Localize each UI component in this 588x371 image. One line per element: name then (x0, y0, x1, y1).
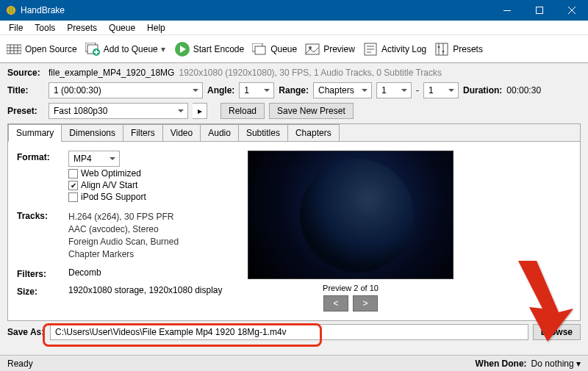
presets-icon (434, 41, 450, 57)
svg-rect-1 (9, 7, 10, 14)
preview-prev-button[interactable]: < (323, 295, 348, 311)
filters-value: Decomb (68, 267, 101, 278)
svg-rect-21 (255, 46, 265, 54)
title-label: Title: (7, 85, 44, 96)
save-as-input[interactable] (50, 324, 528, 340)
range-from-select[interactable]: 1 (376, 82, 412, 98)
when-done-label: When Done: (476, 359, 527, 369)
tabs: Summary Dimensions Filters Video Audio S… (8, 124, 580, 142)
when-done-select[interactable]: Do nothing ▾ (531, 359, 581, 369)
menu-tools[interactable]: Tools (29, 21, 61, 35)
tab-summary[interactable]: Summary (8, 124, 62, 142)
svg-rect-2 (12, 7, 13, 14)
web-optimized-checkbox[interactable]: Web Optimized (68, 168, 223, 179)
title-bar: HandBrake (0, 0, 588, 21)
track-audio: AAC (avcodec), Stereo (68, 224, 223, 234)
preview-button[interactable]: Preview (304, 41, 355, 57)
range-label: Range: (279, 85, 309, 96)
track-video: H.264 (x264), 30 FPS PFR (68, 212, 223, 222)
size-value: 1920x1080 storage, 1920x1080 display (68, 285, 223, 295)
tab-container: Summary Dimensions Filters Video Audio S… (7, 123, 581, 321)
browse-button[interactable]: Browse (533, 324, 581, 340)
svg-rect-4 (537, 7, 543, 14)
source-info: 1920x1080 (1920x1080), 30 FPS, 1 Audio T… (179, 68, 442, 78)
status-text: Ready (7, 359, 33, 369)
tracks-label: Tracks: (17, 209, 68, 262)
queue-add-icon (85, 41, 101, 57)
preset-label: Preset: (7, 106, 44, 116)
duration-label: Duration: (463, 85, 502, 96)
minimize-button[interactable] (491, 0, 523, 21)
align-av-checkbox[interactable]: Align A/V Start (68, 180, 223, 190)
preview-next-button[interactable]: > (353, 295, 378, 311)
preview-thumbnail (248, 151, 453, 279)
toolbar: Open Source Add to Queue ▾ Start Encode … (0, 35, 588, 63)
activity-log-button[interactable]: Activity Log (362, 41, 426, 57)
svg-point-30 (438, 46, 440, 48)
preset-select[interactable]: Fast 1080p30 (49, 103, 188, 119)
format-label: Format: (17, 151, 68, 203)
filters-label: Filters: (17, 267, 68, 279)
tab-video[interactable]: Video (162, 124, 201, 141)
tab-filters[interactable]: Filters (123, 124, 163, 141)
menu-presets[interactable]: Presets (61, 21, 103, 35)
start-encode-button[interactable]: Start Encode (174, 41, 244, 57)
presets-button[interactable]: Presets (434, 41, 483, 57)
tab-audio[interactable]: Audio (200, 124, 239, 141)
angle-label: Angle: (207, 85, 234, 96)
angle-select[interactable]: 1 (239, 82, 274, 98)
window-title: HandBrake (21, 5, 491, 15)
tab-chapters[interactable]: Chapters (287, 124, 340, 141)
range-dash: - (416, 85, 419, 96)
preset-run-button[interactable]: ▸ (193, 103, 207, 119)
add-to-queue-button[interactable]: Add to Queue ▾ (85, 41, 167, 57)
svg-rect-3 (503, 10, 511, 11)
log-icon (362, 41, 379, 57)
tab-subtitles[interactable]: Subtitles (238, 124, 288, 141)
source-label: Source: (7, 68, 44, 78)
menu-help[interactable]: Help (141, 21, 171, 35)
track-chapters: Chapter Markers (68, 249, 223, 259)
duration-value: 00:00:30 (506, 85, 541, 96)
size-label: Size: (17, 285, 68, 297)
svg-point-0 (7, 6, 15, 15)
preview-caption: Preview 2 of 10 (323, 284, 379, 292)
play-icon (174, 41, 190, 57)
reload-button[interactable]: Reload (220, 103, 265, 119)
queue-button[interactable]: Queue (251, 41, 297, 57)
close-button[interactable] (556, 0, 588, 21)
menu-queue[interactable]: Queue (103, 21, 141, 35)
open-source-button[interactable]: Open Source (6, 41, 77, 57)
menu-bar: File Tools Presets Queue Help (0, 21, 588, 35)
ipod-5g-checkbox[interactable]: iPod 5G Support (68, 192, 223, 202)
range-to-select[interactable]: 1 (423, 82, 459, 98)
maximize-button[interactable] (523, 0, 556, 21)
save-new-preset-button[interactable]: Save New Preset (269, 103, 354, 119)
chevron-down-icon[interactable]: ▾ (161, 44, 167, 54)
range-type-select[interactable]: Chapters (313, 82, 372, 98)
preview-icon (304, 41, 320, 57)
app-logo-icon (6, 5, 16, 15)
track-subtitle: Foreign Audio Scan, Burned (68, 237, 223, 247)
source-filename: file_example_MP4_1920_18MG (49, 68, 174, 78)
format-select[interactable]: MP4 (68, 151, 120, 167)
menu-file[interactable]: File (3, 21, 29, 35)
svg-point-32 (442, 50, 445, 52)
video-source-icon (6, 41, 22, 57)
title-select[interactable]: 1 (00:00:30) (49, 82, 203, 98)
tab-dimensions[interactable]: Dimensions (61, 124, 123, 141)
status-bar: Ready When Done: Do nothing ▾ (0, 355, 588, 371)
svg-rect-28 (436, 43, 448, 55)
save-as-label: Save As: (7, 327, 46, 337)
queue-icon (251, 41, 268, 57)
